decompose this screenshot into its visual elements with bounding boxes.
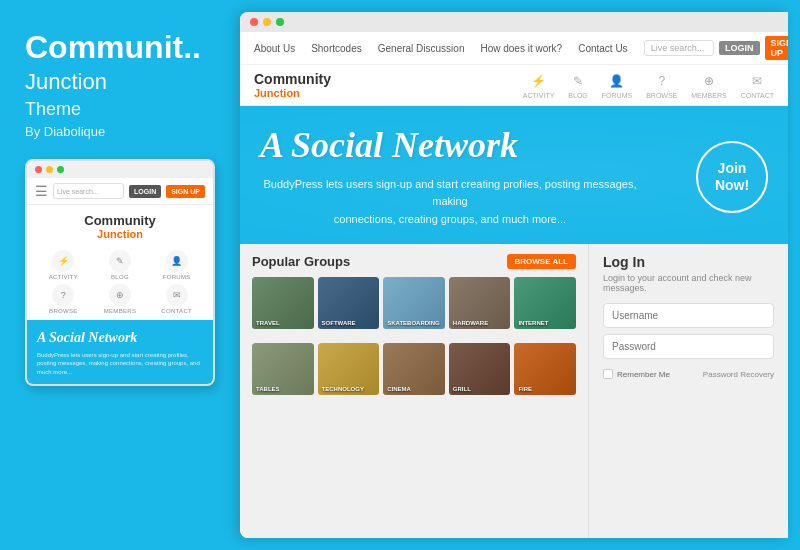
nav-search-area: Live search... LOGIN SIGN UP: [644, 36, 788, 60]
group-label: HARDWARE: [453, 320, 488, 326]
browse-icon: ?: [653, 72, 671, 90]
browser-dot-yellow: [263, 18, 271, 26]
members-icon: ⊕: [700, 72, 718, 90]
header-icon-forums[interactable]: 👤 FORUMS: [602, 72, 632, 99]
group-label: SOFTWARE: [322, 320, 356, 326]
group-item-hardware[interactable]: HARDWARE: [449, 277, 511, 339]
group-item-technology[interactable]: TECHNOLOGY: [318, 343, 380, 405]
group-item-skate[interactable]: SKATEBOARDING: [383, 277, 445, 339]
browser-mockup: About Us Shortcodes General Discussion H…: [240, 12, 788, 538]
hero-bg: [240, 106, 788, 244]
group-item-internet[interactable]: INTERNET: [514, 277, 576, 339]
group-item-grill[interactable]: GRILL: [449, 343, 511, 405]
login-subtitle: Login to your account and check new mess…: [603, 273, 774, 293]
site-header: Community Junction ⚡ ACTIVITY ✎ BLOG 👤 F…: [240, 65, 788, 106]
blog-label: BLOG: [568, 92, 587, 99]
nav-shortcodes[interactable]: Shortcodes: [311, 43, 362, 54]
blog-icon: ✎: [569, 72, 587, 90]
members-label: MEMBERS: [691, 92, 726, 99]
group-item-travel[interactable]: TRAVEL: [252, 277, 314, 339]
site-hero: A Social Network BuddyPress lets users s…: [240, 106, 788, 244]
mock-logo: Community Junction: [27, 205, 213, 244]
password-input[interactable]: [603, 334, 774, 359]
theme-section: Theme: [25, 99, 215, 120]
mock-icon-blog: ✎ BLOG: [94, 250, 147, 280]
site-lower: Popular Groups BROWSE ALL TRAVEL SOFTWAR…: [240, 244, 788, 538]
group-label: TECHNOLOGY: [322, 386, 364, 392]
group-item-software[interactable]: SOFTWARE: [318, 277, 380, 339]
group-label: TABLES: [256, 386, 280, 392]
mock-signup-btn[interactable]: SIGN UP: [166, 185, 205, 198]
browser-chrome: [240, 12, 788, 32]
groups-header: Popular Groups BROWSE ALL: [252, 254, 576, 269]
remember-checkbox[interactable]: [603, 369, 613, 379]
mock-logo-main: Community: [27, 213, 213, 228]
nav-discussion[interactable]: General Discussion: [378, 43, 465, 54]
mock-activity-label: ACTIVITY: [49, 274, 78, 280]
groups-title: Popular Groups: [252, 254, 350, 269]
header-icon-contact[interactable]: ✉ CONTACT: [741, 72, 774, 99]
groups-grid: TRAVEL SOFTWARE SKATEBOARDING HARDWARE: [252, 277, 576, 404]
contact-icon: ✉: [748, 72, 766, 90]
mock-forums-label: FORUMS: [163, 274, 191, 280]
left-panel: Communit.. Junction Theme By Diabolique …: [0, 0, 240, 550]
nav-login-btn[interactable]: LOGIN: [719, 41, 760, 55]
login-title: Log In: [603, 254, 774, 270]
nav-how[interactable]: How does it work?: [480, 43, 562, 54]
group-label: TRAVEL: [256, 320, 280, 326]
mock-hero-title: A Social Network: [37, 330, 203, 347]
header-icon-members[interactable]: ⊕ MEMBERS: [691, 72, 726, 99]
theme-title-main: Communit..: [25, 30, 215, 65]
mock-icon-contact: ✉ CONTACT: [150, 284, 203, 314]
mock-dot-red: [35, 166, 42, 173]
header-icon-browse[interactable]: ? BROWSE: [646, 72, 677, 99]
site-logo-sub: Junction: [254, 87, 331, 99]
mock-search-box: Live search...: [53, 183, 124, 199]
site-logo: Community Junction: [254, 71, 331, 99]
site-nav: About Us Shortcodes General Discussion H…: [240, 32, 788, 65]
site-logo-main: Community: [254, 71, 331, 87]
mock-members-icon: ⊕: [109, 284, 131, 306]
mobile-mockup: ☰ Live search... LOGIN SIGN UP Community…: [25, 159, 215, 386]
forums-icon: 👤: [608, 72, 626, 90]
mock-browse-icon: ?: [52, 284, 74, 306]
theme-title-sub: Junction: [25, 69, 215, 95]
browser-dot-red: [250, 18, 258, 26]
nav-contact[interactable]: Contact Us: [578, 43, 627, 54]
mock-icon-activity: ⚡ ACTIVITY: [37, 250, 90, 280]
mock-icon-browse: ? BROWSE: [37, 284, 90, 314]
password-recovery-link[interactable]: Password Recovery: [703, 370, 774, 379]
nav-signup-btn[interactable]: SIGN UP: [765, 36, 788, 60]
browse-all-button[interactable]: BROWSE ALL: [507, 254, 576, 269]
mock-blog-icon: ✎: [109, 250, 131, 272]
mock-login-btn[interactable]: LOGIN: [129, 185, 161, 198]
remember-me-container: Remember Me: [603, 369, 670, 379]
group-label: INTERNET: [518, 320, 548, 326]
nav-search-box[interactable]: Live search...: [644, 40, 714, 56]
login-section: Log In Login to your account and check n…: [588, 244, 788, 538]
activity-label: ACTIVITY: [523, 92, 555, 99]
browser-dot-green: [276, 18, 284, 26]
nav-about[interactable]: About Us: [254, 43, 295, 54]
header-icon-activity[interactable]: ⚡ ACTIVITY: [523, 72, 555, 99]
group-item-fire[interactable]: FIRE: [514, 343, 576, 405]
username-input[interactable]: [603, 303, 774, 328]
mock-hero-section: A Social Network BuddyPress lets users s…: [27, 320, 213, 384]
mock-blog-label: BLOG: [111, 274, 129, 280]
group-item-cinema[interactable]: CINEMA: [383, 343, 445, 405]
header-icon-blog[interactable]: ✎ BLOG: [568, 72, 587, 99]
mock-dot-green: [57, 166, 64, 173]
theme-by: By Diabolique: [25, 124, 215, 139]
mock-forums-icon: 👤: [166, 250, 188, 272]
mock-hero-text: BuddyPress lets users sign-up and start …: [37, 351, 203, 376]
mock-icons-grid: ⚡ ACTIVITY ✎ BLOG 👤 FORUMS ? BROWSE ⊕ ME…: [27, 244, 213, 320]
mock-activity-icon: ⚡: [52, 250, 74, 272]
mock-window-dots: [27, 161, 213, 178]
groups-section: Popular Groups BROWSE ALL TRAVEL SOFTWAR…: [240, 244, 588, 538]
login-remember-row: Remember Me Password Recovery: [603, 369, 774, 379]
forums-label: FORUMS: [602, 92, 632, 99]
group-label: SKATEBOARDING: [387, 320, 440, 326]
mock-contact-icon: ✉: [166, 284, 188, 306]
remember-me-label: Remember Me: [617, 370, 670, 379]
group-item-tables[interactable]: TABLES: [252, 343, 314, 405]
